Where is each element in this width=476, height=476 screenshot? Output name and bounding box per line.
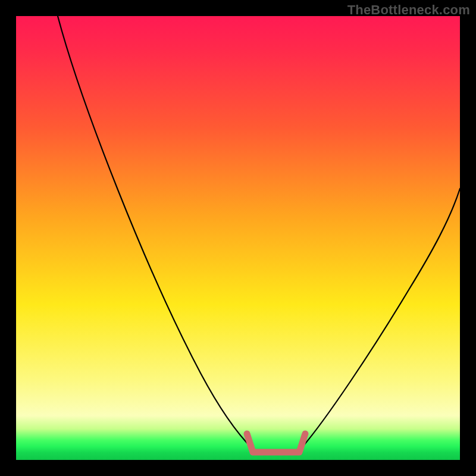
watermark-text: TheBottleneck.com <box>347 2 470 18</box>
left-curve <box>58 16 253 449</box>
chart-frame: TheBottleneck.com <box>0 0 476 476</box>
chart-plot <box>16 16 460 460</box>
right-curve <box>300 189 460 449</box>
optimal-range-bracket <box>247 434 305 452</box>
